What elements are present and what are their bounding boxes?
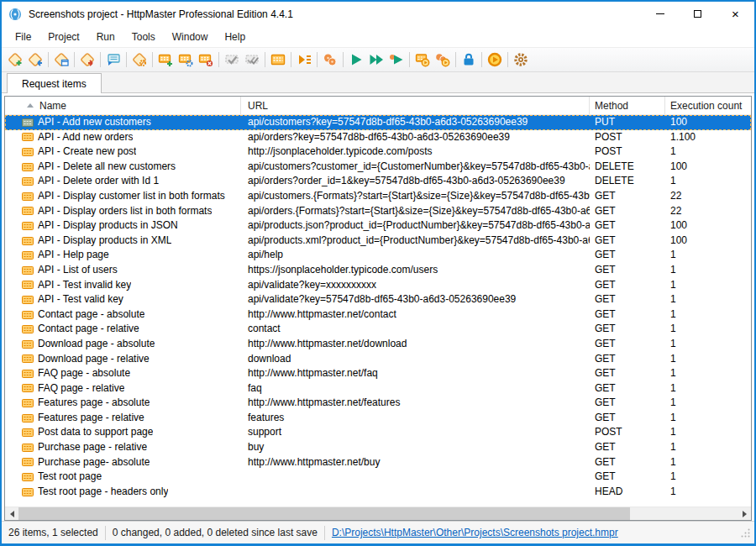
item-execution-count: 22 [665, 204, 751, 219]
table-row[interactable]: API - Delete order with Id 1 api/orders?… [5, 174, 751, 189]
toolbar-separator [74, 52, 75, 67]
menu-project[interactable]: Project [39, 26, 87, 47]
status-items-count: 26 items, 1 selected [8, 527, 98, 538]
toolbar-separator [100, 52, 101, 67]
table-row[interactable]: Purchase page - relative buy GET 1 [5, 440, 751, 455]
table-row[interactable]: API - Test invalid key api/validate?key=… [5, 278, 751, 293]
table-row[interactable]: API - Display customer list in both form… [5, 189, 751, 204]
table-row[interactable]: API - Display orders list in both format… [5, 204, 751, 219]
scheduled-parameters-button[interactable] [433, 50, 453, 70]
table-row[interactable]: Download page - absolute http://www.http… [5, 337, 751, 352]
project-file-link[interactable]: D:\Projects\HttpMaster\Other\Projects\Sc… [332, 527, 618, 538]
column-header-method[interactable]: Method [590, 97, 665, 114]
menu-run[interactable]: Run [88, 26, 123, 47]
scrollbar-track[interactable] [18, 507, 738, 520]
table-row[interactable]: FAQ page - relative faq GET 1 [5, 381, 751, 396]
table-row[interactable]: Purchase page- absolute http://www.httpm… [5, 455, 751, 470]
schedule-execution-button[interactable] [412, 50, 433, 70]
resize-grip[interactable] [740, 528, 751, 538]
item-options-button[interactable] [129, 50, 150, 70]
table-row[interactable]: Contact page - relative contact GET 1 [5, 322, 751, 337]
execute-selected-icon [388, 51, 405, 68]
toolbar [2, 47, 754, 72]
horizontal-scrollbar[interactable] [5, 507, 751, 520]
item-url: api/validate?key=xxxxxxxxxx [241, 278, 590, 293]
delete-group-button[interactable] [196, 50, 216, 70]
menu-tools[interactable]: Tools [123, 26, 164, 47]
scroll-left-button[interactable] [5, 507, 18, 520]
titlebar: Screenshots project - HttpMaster Profess… [2, 2, 754, 26]
run-sequence-button[interactable] [294, 50, 314, 70]
table-row[interactable]: Features page - absolute http://www.http… [5, 396, 751, 411]
data-generator-button[interactable] [268, 50, 288, 70]
edit-request-item-button[interactable] [51, 50, 71, 70]
status-changes: 0 changed, 0 added, 0 deleted since last… [113, 527, 318, 538]
item-name: Test root page [38, 470, 102, 485]
item-execution-count: 1 [665, 174, 751, 189]
item-method: GET [590, 218, 665, 234]
column-header-execution-count[interactable]: Execution count [665, 97, 751, 114]
move-request-item-button[interactable] [77, 50, 97, 70]
scroll-right-button[interactable] [738, 507, 751, 520]
playback-button[interactable] [485, 50, 505, 70]
execute-selected-button[interactable] [386, 50, 407, 70]
validate-button[interactable] [222, 50, 242, 70]
column-header-name[interactable]: Name [5, 97, 241, 114]
execute-all-icon [368, 51, 385, 68]
table-row[interactable]: API - Display products in JSON api/produ… [5, 218, 751, 234]
validate-all-button[interactable] [242, 50, 262, 70]
table-row[interactable]: Features page - relative features GET 1 [5, 411, 751, 426]
clone-request-item-icon [27, 51, 44, 68]
table-row[interactable]: Contact page - absolute http://www.httpm… [5, 307, 751, 323]
clone-request-item-button[interactable] [25, 50, 45, 70]
toolbar-separator [455, 52, 456, 67]
new-request-item-button[interactable] [5, 50, 25, 70]
parameters-button[interactable] [320, 50, 340, 70]
item-url: api/customers?key=57547d8b-df65-43b0-a6d… [241, 115, 590, 130]
table-row[interactable]: API - Display products in XML api/produc… [5, 234, 751, 249]
execute-all-button[interactable] [366, 50, 386, 70]
item-execution-count: 1.100 [665, 130, 751, 145]
item-properties-button[interactable] [103, 50, 123, 70]
table-row[interactable]: API - Help page api/help GET 1 [5, 248, 751, 263]
table-row[interactable]: Test root page GET 1 [5, 470, 751, 485]
item-url: https://jsonplaceholder.typicode.com/use… [241, 263, 590, 278]
item-name: API - Create new post [38, 144, 136, 160]
table-row[interactable]: API - Create new post http://jsonplaceho… [5, 144, 751, 160]
menubar: File Project Run Tools Window Help [2, 26, 754, 47]
item-options-icon [131, 51, 148, 68]
table-row[interactable]: API - Test valid key api/validate?key=57… [5, 292, 751, 307]
request-item-icon [22, 207, 34, 215]
table-row[interactable]: API - Add new orders api/orders?key=5754… [5, 130, 751, 145]
table-row[interactable]: Post data to support page support POST 1 [5, 425, 751, 440]
settings-button[interactable] [511, 50, 531, 70]
table-row[interactable]: Download page - relative download GET 1 [5, 352, 751, 367]
table-row[interactable]: API - Delete all new customers api/custo… [5, 160, 751, 175]
column-header-url[interactable]: URL [241, 97, 590, 114]
add-group-button[interactable] [155, 50, 176, 70]
table-row[interactable]: Test root page - headers only HEAD 1 [5, 485, 751, 500]
menu-help[interactable]: Help [216, 26, 254, 47]
request-item-icon [22, 281, 34, 289]
table-row[interactable]: API - List of users https://jsonplacehol… [5, 263, 751, 278]
item-execution-count: 1 [665, 485, 751, 500]
execute-button[interactable] [346, 50, 366, 70]
request-item-icon [22, 399, 34, 407]
security-button[interactable] [459, 50, 479, 70]
table-row[interactable]: API - Add new customers api/customers?ke… [5, 115, 751, 130]
menu-window[interactable]: Window [164, 26, 217, 47]
maximize-button[interactable] [679, 2, 717, 26]
item-method: HEAD [590, 485, 665, 500]
configure-group-button[interactable] [176, 50, 196, 70]
menu-file[interactable]: File [7, 26, 39, 47]
scrollbar-thumb[interactable] [18, 507, 630, 520]
toolbar-separator [48, 52, 49, 67]
minimize-button[interactable] [641, 2, 679, 26]
item-name: Features page - absolute [38, 396, 150, 411]
item-method: GET [590, 455, 665, 470]
request-item-icon [22, 444, 34, 452]
item-url: faq [241, 381, 590, 396]
table-row[interactable]: FAQ page - absolute http://www.httpmaste… [5, 366, 751, 381]
tab-request-items[interactable]: Request items [7, 73, 102, 93]
close-button[interactable]: × [717, 2, 754, 26]
